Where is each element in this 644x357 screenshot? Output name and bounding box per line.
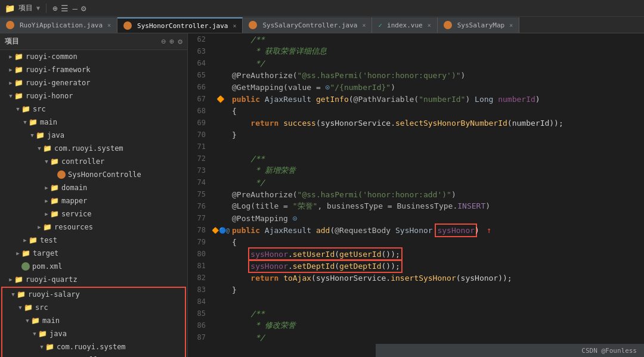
toolbar-separator: [46, 4, 47, 13]
code-line-70: 70 }: [188, 129, 644, 141]
code-line-77: 77 @PostMapping ⊙: [188, 212, 644, 224]
tab-close-ruoyiapp[interactable]: ×: [107, 22, 111, 29]
tree-item-resources1[interactable]: ▶ 📁 resources: [0, 221, 187, 234]
tree-item-controller2[interactable]: ▼ 📁 controller: [2, 353, 185, 357]
tab-close-syssalary[interactable]: ×: [362, 22, 366, 29]
tree-label-generator: ruoyi-generator: [26, 79, 90, 87]
tab-syssalary[interactable]: SysSalaryController.java ×: [243, 17, 372, 33]
arrow-salary: ▼: [10, 291, 17, 297]
tab-icon-ruoyiapp: [6, 21, 14, 29]
tree-item-test1[interactable]: ▶ 📁 test: [0, 234, 187, 247]
tree-label-src2: src: [35, 303, 48, 312]
arrow-target1: ▶: [14, 250, 21, 256]
tree-item-ruoyi-generator[interactable]: ▶ 📁 ruoyi-generator: [0, 76, 187, 89]
tree-item-ruoyi-framework[interactable]: ▶ 📁 ruoyi-framework: [0, 63, 187, 76]
line-gutter: [212, 188, 230, 200]
folder-icon-java1: 📁: [36, 131, 45, 139]
tree-item-src2[interactable]: ▼ 📁 src: [2, 301, 185, 314]
tree-item-main2[interactable]: ▼ 📁 main: [2, 314, 185, 327]
sidebar-expand-icon[interactable]: ⊕: [169, 37, 174, 46]
file-icon-syshonorctrl: [57, 170, 66, 179]
line-code: }: [230, 129, 644, 141]
arrow-src1: ▼: [14, 106, 21, 112]
folder-icon-target1: 📁: [21, 249, 30, 257]
tree-label-mapper1: mapper: [61, 197, 87, 205]
main-layout: 项目 ⊖ ⊕ ⚙ ▶ 📁 ruoyi-common ▶ 📁 ruoyi-fram…: [0, 33, 644, 357]
code-line-67: 67 🔶 public AjaxResult getInfo(@PathVari…: [188, 93, 644, 105]
line-number: 81: [188, 260, 212, 272]
tab-indexvue[interactable]: ✓ index.vue ×: [372, 17, 437, 33]
line-gutter: [212, 319, 230, 331]
toolbar-icon-3[interactable]: —: [72, 4, 77, 13]
line-number: 80: [188, 248, 212, 260]
line-code: public AjaxResult getInfo(@PathVariable(…: [230, 93, 644, 105]
code-editor[interactable]: 62 /** 63 * 获取荣誉详细信息 64 */: [188, 33, 644, 357]
line-code: */: [230, 331, 644, 343]
toolbar-folder-icon: 📁: [5, 4, 15, 13]
arrow-domain1: ▶: [43, 185, 50, 191]
tab-syssalarymap[interactable]: SysSalaryMap ×: [438, 17, 520, 33]
tree-item-com1[interactable]: ▼ 📁 com.ruoyi.system: [0, 142, 187, 155]
arrow-main1: ▼: [21, 119, 29, 125]
tree-label-test1: test: [40, 236, 57, 244]
line-gutter: [212, 45, 230, 57]
line-code: @PreAuthorize("@ss.hasPermi('honor:honor…: [230, 69, 644, 81]
folder-icon-service1: 📁: [50, 210, 59, 218]
toolbar-icon-4[interactable]: ⚙: [81, 4, 86, 13]
code-line-73: 73 * 新增荣誉: [188, 164, 644, 176]
tree-item-target1[interactable]: ▶ 📁 target: [0, 247, 187, 260]
line-gutter: [212, 33, 230, 45]
line-number: 71: [188, 141, 212, 153]
arrow-java1: ▼: [29, 132, 36, 138]
tree-item-mapper1[interactable]: ▶ 📁 mapper: [0, 194, 187, 207]
tree-label-domain1: domain: [61, 184, 87, 192]
tab-close-indexvue[interactable]: ×: [428, 22, 431, 29]
tab-close-syssalarymap[interactable]: ×: [509, 22, 513, 29]
line-number: 72: [188, 153, 212, 164]
line-code: /**: [230, 153, 644, 164]
line-number: 84: [188, 296, 212, 308]
line-code: {: [230, 236, 644, 248]
line-gutter: [212, 117, 230, 129]
folder-icon-quartz: 📁: [14, 275, 23, 284]
line-gutter: [212, 69, 230, 81]
tree-item-domain1[interactable]: ▶ 📁 domain: [0, 181, 187, 194]
tree-item-ruoyi-quartz[interactable]: ▶ 📁 ruoyi-quartz: [0, 273, 187, 286]
toolbar-project-label: 项目: [18, 3, 33, 13]
sidebar-gear-icon[interactable]: ⚙: [178, 37, 182, 46]
toolbar-icon-1[interactable]: ⊕: [52, 4, 57, 13]
tree-item-src1[interactable]: ▼ 📁 src: [0, 103, 187, 116]
tree-item-java1[interactable]: ▼ 📁 java: [0, 129, 187, 142]
tree-item-ruoyi-salary[interactable]: ▼ 📁 ruoyi-salary: [2, 288, 185, 301]
tree-item-java2[interactable]: ▼ 📁 java: [2, 327, 185, 340]
tab-close-syshonor[interactable]: ×: [233, 23, 236, 29]
tree-item-service1[interactable]: ▶ 📁 service: [0, 207, 187, 221]
tree-item-main1[interactable]: ▼ 📁 main: [0, 116, 187, 129]
line-code: */: [230, 176, 644, 188]
arrow-com1: ▼: [36, 145, 43, 151]
tree-item-syshonorctrl[interactable]: SysHonorControlle: [0, 168, 187, 181]
sidebar-collapse-icon[interactable]: ⊖: [162, 37, 166, 46]
tree-label-com2: com.ruoyi.system: [57, 343, 126, 351]
arrow-java2: ▼: [31, 331, 38, 337]
tab-ruoyiapp[interactable]: RuoYiApplication.java ×: [0, 17, 117, 33]
tree-label-main2: main: [42, 316, 60, 325]
tree-item-controller1[interactable]: ▼ 📁 controller: [0, 155, 187, 168]
line-gutter: [212, 176, 230, 188]
tree-item-ruoyi-honor[interactable]: ▼ 📁 ruoyi-honor: [0, 89, 187, 103]
line-gutter: [212, 236, 230, 248]
sidebar-header: 项目 ⊖ ⊕ ⚙: [0, 33, 187, 50]
code-line-72: 72 /**: [188, 153, 644, 164]
arrow-framework: ▶: [7, 67, 14, 73]
toolbar-icon-2[interactable]: ☰: [61, 4, 69, 13]
tab-label-indexvue: index.vue: [387, 21, 423, 29]
tree-item-pomxml1[interactable]: pom.xml: [0, 260, 187, 273]
line-gutter: [212, 141, 230, 153]
line-number: 67: [188, 93, 212, 105]
tab-syshonor[interactable]: SysHonorController.java ×: [117, 17, 243, 33]
line-code: */: [230, 57, 644, 69]
tree-item-ruoyi-common[interactable]: ▶ 📁 ruoyi-common: [0, 50, 187, 63]
toolbar-dropdown-icon[interactable]: ▼: [36, 5, 40, 11]
tree-item-com2[interactable]: ▼ 📁 com.ruoyi.system: [2, 340, 185, 353]
tree-label-syshonorctrl: SysHonorControlle: [68, 170, 141, 179]
